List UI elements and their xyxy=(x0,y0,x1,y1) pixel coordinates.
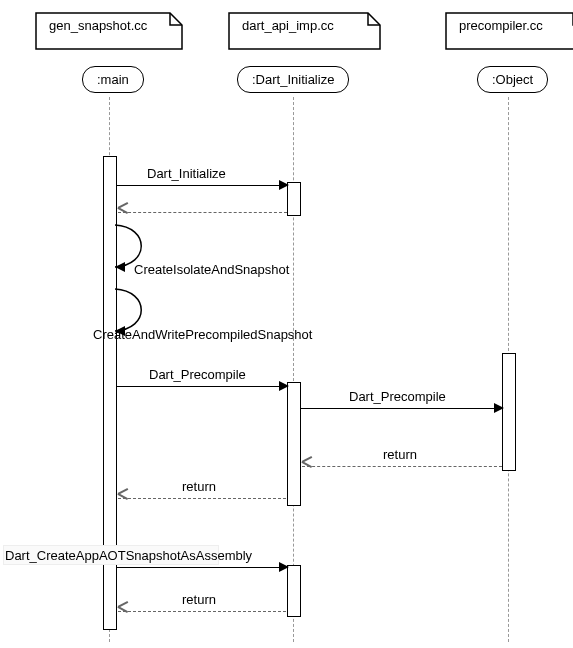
file-name: precompiler.cc xyxy=(459,18,543,33)
lifeline-header-p1: :main xyxy=(82,66,144,93)
msg-arrow-m1 xyxy=(116,185,279,186)
file-name: gen_snapshot.cc xyxy=(49,18,147,33)
activation-p2-precompile xyxy=(287,382,301,506)
sequence-diagram: gen_snapshot.cc dart_api_imp.cc precompi… xyxy=(0,0,573,648)
arrowhead xyxy=(279,381,289,391)
msg-label-m8: return xyxy=(182,479,216,494)
msg-arrow-m8 xyxy=(118,498,286,499)
file-header-p3: precompiler.cc xyxy=(445,12,573,50)
msg-label-m4: CreateAndWritePrecompiledSnapshot xyxy=(93,327,312,342)
lifeline-label: :Dart_Initialize xyxy=(252,72,334,87)
lifeline-p2 xyxy=(293,97,294,642)
msg-label-m10: return xyxy=(182,592,216,607)
msg-arrow-m5 xyxy=(116,386,279,387)
msg-label-m1: Dart_Initialize xyxy=(147,166,226,181)
msg-label-m9: Dart_CreateAppAOTSnapshotAsAssembly xyxy=(5,548,252,563)
lifeline-header-p2: :Dart_Initialize xyxy=(237,66,349,93)
msg-label-m6: Dart_Precompile xyxy=(349,389,446,404)
lifeline-header-p3: :Object xyxy=(477,66,548,93)
file-header-p2: dart_api_imp.cc xyxy=(228,12,381,50)
msg-label-m3: CreateIsolateAndSnapshot xyxy=(134,262,289,277)
arrowhead xyxy=(279,562,289,572)
activation-p3 xyxy=(502,353,516,471)
arrowhead xyxy=(118,207,128,217)
arrowhead xyxy=(494,403,504,413)
msg-arrow-m7 xyxy=(302,466,502,467)
arrowhead xyxy=(302,461,312,471)
file-header-p1: gen_snapshot.cc xyxy=(35,12,183,50)
msg-arrow-m2 xyxy=(118,212,287,213)
activation-p2-aot xyxy=(287,565,301,617)
msg-arrow-m10 xyxy=(118,611,286,612)
file-name: dart_api_imp.cc xyxy=(242,18,334,33)
msg-label-m7: return xyxy=(383,447,417,462)
lifeline-label: :main xyxy=(97,72,129,87)
arrowhead xyxy=(118,606,128,616)
msg-arrow-m9 xyxy=(116,567,279,568)
lifeline-label: :Object xyxy=(492,72,533,87)
arrowhead xyxy=(118,493,128,503)
msg-label-m5: Dart_Precompile xyxy=(149,367,246,382)
activation-p2-init xyxy=(287,182,301,216)
arrowhead xyxy=(279,180,289,190)
svg-marker-0 xyxy=(115,262,125,272)
msg-arrow-m6 xyxy=(300,408,494,409)
